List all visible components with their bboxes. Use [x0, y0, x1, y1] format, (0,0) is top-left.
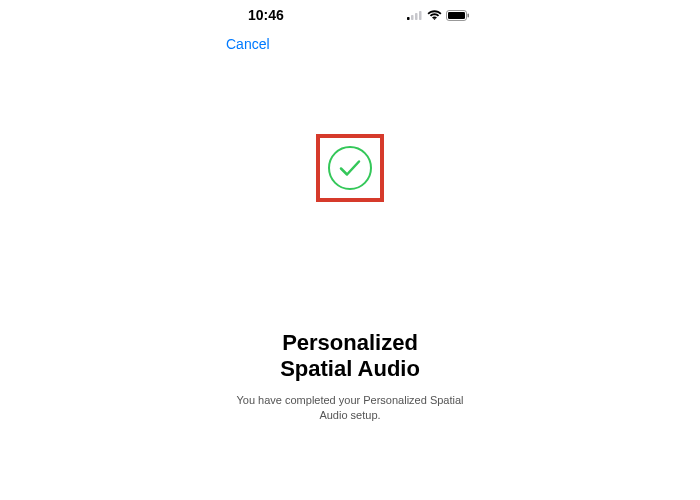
svg-rect-3 [419, 11, 422, 20]
content-area: Personalized Spatial Audio You have comp… [210, 56, 490, 422]
nav-bar: Cancel [210, 24, 490, 56]
svg-rect-6 [448, 12, 465, 19]
battery-icon [446, 10, 470, 21]
highlight-box [316, 134, 384, 202]
status-indicators [407, 10, 470, 21]
success-checkmark-icon [326, 144, 374, 192]
svg-rect-2 [415, 13, 418, 20]
svg-point-8 [329, 147, 371, 189]
status-time: 10:46 [248, 7, 284, 23]
status-bar: 10:46 [210, 0, 490, 24]
cellular-signal-icon [407, 10, 423, 20]
page-title: Personalized Spatial Audio [280, 330, 420, 383]
cancel-button[interactable]: Cancel [224, 32, 272, 56]
page-subtitle: You have completed your Personalized Spa… [236, 393, 463, 423]
wifi-icon [427, 10, 442, 21]
svg-rect-1 [411, 15, 414, 20]
phone-screen: 10:46 [210, 0, 490, 500]
svg-rect-7 [468, 13, 470, 17]
svg-rect-4 [407, 17, 410, 20]
